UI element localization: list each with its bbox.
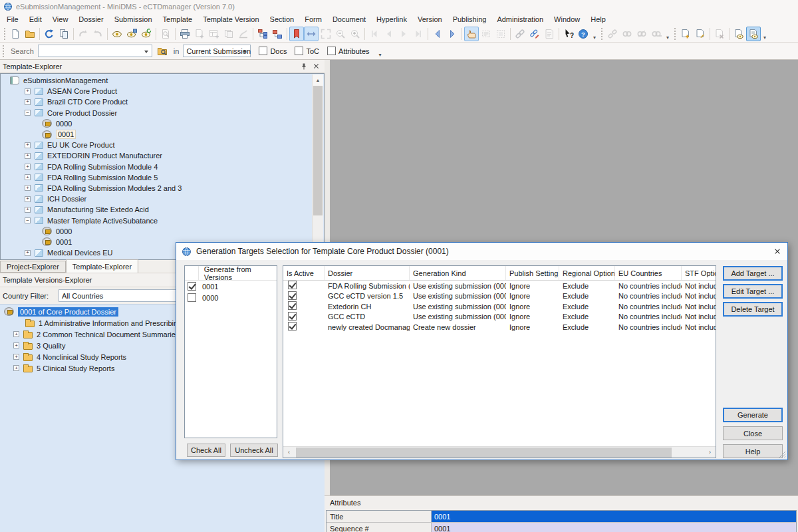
tab-template-explorer[interactable]: Template-Explorer — [66, 259, 138, 273]
column-header[interactable]: Dossier — [325, 266, 410, 280]
new-document-icon[interactable] — [8, 27, 23, 41]
print-copy-icon[interactable] — [221, 27, 236, 41]
hand-tool-icon[interactable] — [464, 27, 479, 41]
link-break-3-icon[interactable] — [634, 27, 649, 41]
toolbar-overflow-icon[interactable] — [761, 27, 769, 41]
view-eye-icon[interactable] — [110, 27, 124, 41]
expand-icon[interactable] — [25, 142, 31, 148]
search-toc-option[interactable]: ToC — [295, 47, 319, 55]
expand-icon[interactable] — [13, 342, 19, 348]
collapse-icon[interactable] — [25, 217, 31, 223]
page-prev-icon[interactable] — [430, 27, 445, 41]
attribute-value[interactable]: 0001 — [432, 523, 796, 532]
dialog-resize-grip[interactable] — [779, 451, 786, 458]
menu-template[interactable]: Template — [158, 14, 198, 25]
doc-view-active-icon[interactable] — [746, 27, 761, 41]
search-docs-option[interactable]: Docs — [259, 47, 287, 55]
view-eye-badge-icon[interactable] — [124, 27, 139, 41]
copy-document-icon[interactable] — [57, 27, 71, 41]
is-active-checkbox[interactable] — [288, 291, 297, 300]
column-header[interactable]: Regional Options — [559, 266, 615, 280]
doc-delete-icon[interactable] — [712, 27, 727, 41]
menu-help[interactable]: Help — [585, 14, 611, 25]
link-break-4-icon[interactable] — [649, 27, 664, 41]
link-icon[interactable] — [513, 27, 527, 41]
docs-checkbox[interactable] — [259, 47, 267, 55]
toolbar-overflow-icon[interactable] — [376, 44, 384, 59]
menu-section[interactable]: Section — [265, 14, 300, 25]
column-header[interactable]: STF Options — [682, 266, 716, 280]
add-target-button[interactable]: Add Target ... — [723, 266, 783, 281]
scrollbar-thumb[interactable] — [296, 448, 672, 458]
print-add-icon[interactable] — [192, 27, 207, 41]
note-icon[interactable] — [542, 27, 557, 41]
help-cursor-icon[interactable]: ? — [561, 27, 576, 41]
expand-icon[interactable] — [25, 99, 31, 105]
generate-button[interactable]: Generate — [723, 408, 783, 422]
is-active-checkbox[interactable] — [288, 301, 297, 310]
signature-icon[interactable] — [236, 27, 251, 41]
is-active-checkbox[interactable] — [288, 281, 297, 289]
toolbar-grip[interactable] — [600, 28, 603, 40]
print-icon[interactable] — [178, 27, 192, 41]
menu-template-version[interactable]: Template Version — [198, 14, 264, 25]
collapse-icon[interactable] — [25, 110, 31, 116]
zoom-in-icon[interactable] — [348, 27, 362, 41]
link-edit-icon[interactable] — [527, 27, 542, 41]
toolbar-grip[interactable] — [3, 28, 6, 40]
column-header[interactable]: Publish Settings — [506, 266, 559, 280]
expand-icon[interactable] — [25, 164, 31, 170]
tree-vertical-scrollbar[interactable]: ▲ — [312, 74, 323, 260]
toolbar-grip[interactable] — [2, 45, 5, 57]
delete-target-button[interactable]: Delete Target — [723, 302, 783, 317]
check-all-button[interactable]: Check All — [187, 444, 225, 457]
doc-add-icon[interactable] — [678, 27, 693, 41]
attribute-row[interactable]: Sequence # 0001 — [327, 523, 796, 532]
open-folder-icon[interactable] — [23, 27, 37, 41]
target-row[interactable]: FDA Rolling Submission (0000) Use existi… — [283, 281, 716, 291]
toolbar-grip[interactable] — [674, 28, 676, 40]
tree-item[interactable]: EU UK Core Product — [1, 140, 324, 150]
tree-item[interactable]: FDA Rolling Submission Module 4 — [1, 162, 324, 172]
toolbar-overflow-icon[interactable] — [591, 27, 598, 41]
column-header[interactable]: Generation Kind — [410, 266, 506, 280]
search-attributes-option[interactable]: Attributes — [327, 47, 369, 55]
tree-item[interactable]: Manufacturing Site Extedo Acid — [1, 204, 324, 215]
target-row[interactable]: newly created Docmanager Create new doss… — [283, 322, 716, 332]
page-next-icon[interactable] — [445, 27, 460, 41]
tree-item[interactable]: ICH Dossier — [1, 194, 324, 204]
nav-back-icon[interactable] — [382, 27, 396, 41]
tree-item[interactable]: Brazil CTD Core Product — [1, 96, 324, 107]
tree-node-icon[interactable] — [270, 27, 285, 41]
close-icon[interactable] — [310, 61, 322, 72]
search-folder-icon[interactable] — [155, 44, 170, 59]
attributes-checkbox[interactable] — [327, 47, 336, 55]
fit-width-icon[interactable] — [304, 27, 319, 41]
bookmark-icon[interactable] — [289, 27, 304, 41]
menu-document[interactable]: Document — [327, 14, 371, 25]
toc-checkbox[interactable] — [295, 47, 303, 55]
menu-edit[interactable]: Edit — [24, 14, 47, 25]
expand-icon[interactable] — [25, 196, 31, 202]
menu-hyperlink[interactable]: Hyperlink — [371, 14, 412, 25]
search-input[interactable] — [38, 45, 152, 57]
doc-edit-icon[interactable] — [693, 27, 708, 41]
attribute-value-selected[interactable]: 0001 — [432, 511, 796, 522]
tree-item-selected[interactable]: 0001 — [1, 129, 324, 140]
nav-last-icon[interactable] — [411, 27, 426, 41]
target-row[interactable]: GCC eCTD version 1.5 Use existing submis… — [283, 291, 716, 302]
uncheck-all-button[interactable]: Uncheck All — [230, 444, 278, 457]
refresh-icon[interactable] — [42, 27, 57, 41]
help-button[interactable]: Help — [723, 444, 783, 458]
menu-form[interactable]: Form — [299, 14, 327, 25]
help-icon[interactable]: ? — [576, 27, 591, 41]
expand-icon[interactable] — [25, 153, 31, 159]
scrollbar-thumb[interactable] — [313, 86, 323, 215]
target-row[interactable]: Extedorin CH Use existing submission (00… — [283, 301, 716, 312]
menu-version[interactable]: Version — [412, 14, 448, 25]
search-scope-select[interactable]: Current Submission — [183, 45, 251, 57]
is-active-checkbox[interactable] — [288, 322, 297, 331]
version-option-row[interactable]: 0001 — [185, 281, 277, 292]
tree-item[interactable]: Master Template ActiveSubatance — [1, 215, 324, 225]
menu-administration[interactable]: Administration — [491, 14, 549, 25]
